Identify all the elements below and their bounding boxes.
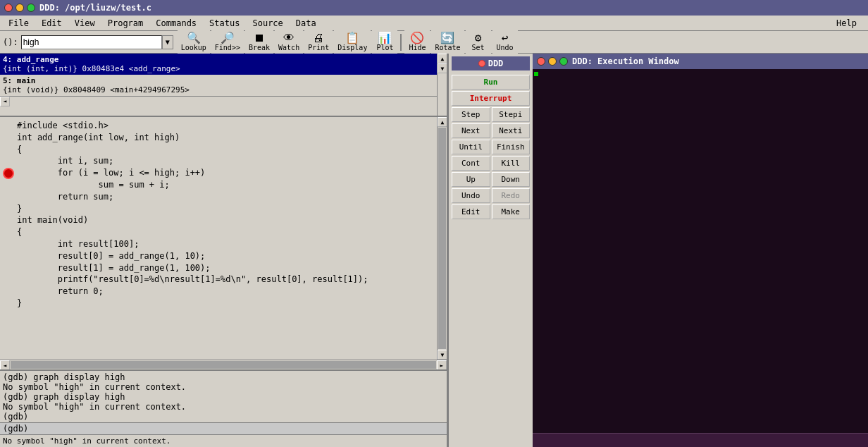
until-button[interactable]: Until — [452, 140, 490, 154]
gdb-input-line: (gdb) — [0, 422, 447, 434]
lookup-button[interactable]: 🔍 Lookup — [178, 30, 210, 54]
break-button[interactable]: ⏹ Break — [245, 30, 273, 54]
source-scroll-h-thumb[interactable] — [11, 361, 436, 369]
left-panel: 4: add_range {int (int, int)} 0x80483e4 … — [0, 54, 448, 447]
undo-ddd-button[interactable]: Undo — [452, 188, 490, 203]
down-button[interactable]: Down — [492, 172, 531, 187]
print-button[interactable]: 🖨 Print — [304, 30, 333, 54]
ddd-close-btn[interactable] — [478, 60, 485, 67]
make-button[interactable]: Make — [492, 204, 531, 219]
callstack-item-main[interactable]: 5: main {int (void)} 0x8048409 <main+429… — [0, 75, 437, 96]
exec-maximize-button[interactable] — [559, 57, 568, 66]
menu-bar: File Edit View Program Commands Status S… — [0, 16, 868, 31]
window-controls[interactable] — [4, 4, 35, 12]
find-label: Find>> — [215, 44, 240, 51]
window-title: DDD: /opt/liuzw/test.c — [39, 3, 151, 13]
line-text-11: int main(void) — [17, 214, 88, 226]
rotate-button[interactable]: 🔄 Rotate — [431, 30, 464, 54]
source-scroll-right[interactable]: ► — [437, 360, 447, 369]
edit-button[interactable]: Edit — [452, 204, 490, 219]
gdb-line-1: (gdb) graph display high — [3, 372, 444, 382]
menu-file[interactable]: File — [3, 17, 35, 30]
menu-source[interactable]: Source — [247, 17, 288, 30]
source-line-8: return sum; — [3, 191, 435, 203]
scroll-left-arrow[interactable]: ◄ — [0, 97, 10, 106]
callstack-item-header-1: 5: main — [3, 76, 434, 85]
breakpoint-icon — [3, 168, 14, 179]
rotate-icon: 🔄 — [440, 32, 454, 44]
callstack-item-add-range[interactable]: 4: add_range {int (int, int)} 0x80483e4 … — [0, 54, 437, 75]
lookup-icon: 🔍 — [187, 32, 201, 44]
watch-button[interactable]: 👁 Watch — [275, 30, 303, 54]
exec-footer — [533, 433, 868, 447]
next-row: Next Nexti — [452, 123, 530, 138]
source-area: #include <stdio.h> int add_range(int low… — [0, 117, 447, 369]
line-text-15: result[1] = add_range(1, 100); — [17, 262, 211, 274]
run-button[interactable]: Run — [452, 75, 530, 90]
undo-button[interactable]: ↩ Undo — [492, 30, 518, 54]
watch-label: Watch — [278, 44, 299, 51]
find-icon: 🔎 — [221, 32, 235, 44]
kill-button[interactable]: Kill — [492, 156, 531, 171]
search-label: (): — [3, 37, 18, 47]
maximize-button[interactable] — [27, 4, 35, 12]
source-scroll-thumb[interactable] — [438, 128, 446, 349]
undo-icon: ↩ — [502, 32, 509, 44]
set-button[interactable]: ⚙ Set — [466, 30, 491, 54]
interrupt-button[interactable]: Interrupt — [452, 91, 530, 106]
ddd-title: DDD — [488, 59, 504, 68]
title-bar: DDD: /opt/liuzw/test.c — [0, 0, 868, 16]
gdb-output: (gdb) graph display high No symbol "high… — [0, 371, 447, 422]
cont-button[interactable]: Cont — [452, 156, 490, 171]
undo-row: Undo Redo — [452, 188, 530, 203]
up-button[interactable]: Up — [452, 172, 490, 187]
callstack-item-detail-1: {int (void)} 0x8048409 <main+4294967295> — [3, 85, 434, 94]
exec-indicator — [534, 72, 538, 76]
exec-minimize-button[interactable] — [548, 57, 557, 66]
line-text-12: { — [17, 226, 22, 238]
finish-button[interactable]: Finish — [492, 140, 531, 154]
step-button[interactable]: Step — [452, 107, 490, 122]
exec-close-button[interactable] — [537, 57, 545, 66]
source-scrollbar-v[interactable]: ▲ ▼ — [437, 117, 447, 360]
hide-button[interactable]: 🚫 Hide — [404, 30, 430, 54]
find-button[interactable]: 🔎 Find>> — [211, 30, 244, 54]
menu-view[interactable]: View — [69, 17, 101, 30]
line-text-17: return 0; — [17, 286, 104, 298]
next-button[interactable]: Next — [452, 123, 490, 138]
step-row: Step Stepi — [452, 107, 530, 122]
minimize-button[interactable] — [16, 4, 24, 12]
callstack-hscroll[interactable]: ◄ ► — [0, 96, 447, 106]
menu-edit[interactable]: Edit — [36, 17, 68, 30]
menu-help[interactable]: Help — [831, 17, 862, 30]
rotate-label: Rotate — [435, 44, 460, 51]
menu-commands[interactable]: Commands — [150, 17, 202, 30]
execution-window: DDD: Execution Window — [533, 54, 868, 447]
source-scroll-down[interactable]: ▼ — [438, 350, 447, 360]
source-scroll-up[interactable]: ▲ — [438, 117, 447, 127]
menu-status[interactable]: Status — [204, 17, 245, 30]
exec-window-controls[interactable] — [537, 57, 568, 66]
source-scroll-left[interactable]: ◄ — [0, 360, 10, 369]
display-button[interactable]: 📋 Display — [334, 30, 371, 54]
search-input[interactable] — [21, 35, 162, 49]
scroll-down-arrow[interactable]: ▼ — [438, 63, 447, 73]
source-line-11: int main(void) — [3, 214, 435, 226]
stepi-button[interactable]: Stepi — [492, 107, 531, 122]
search-dropdown[interactable]: ▼ — [162, 35, 173, 49]
callstack-scrollbar-v[interactable]: ▲ ▼ — [437, 54, 447, 116]
menu-program[interactable]: Program — [102, 17, 149, 30]
gdb-input[interactable] — [28, 424, 444, 434]
plot-button[interactable]: 📊 Plot — [372, 30, 397, 54]
menu-data[interactable]: Data — [290, 17, 322, 30]
source-scrollbar-h[interactable]: ◄ ► — [0, 360, 447, 369]
nexti-button[interactable]: Nexti — [492, 123, 531, 138]
exec-window-title: DDD: Execution Window — [572, 56, 679, 66]
redo-button[interactable]: Redo — [492, 188, 531, 203]
line-text-16: printf("result[0]=%d\nresult[1]=%d\n", r… — [17, 274, 368, 286]
plot-icon: 📊 — [378, 32, 392, 44]
scroll-up-arrow[interactable]: ▲ — [438, 54, 447, 63]
source-line-18: } — [3, 298, 435, 310]
gdb-line-3: (gdb) graph display high — [3, 392, 444, 402]
close-button[interactable] — [4, 4, 13, 12]
